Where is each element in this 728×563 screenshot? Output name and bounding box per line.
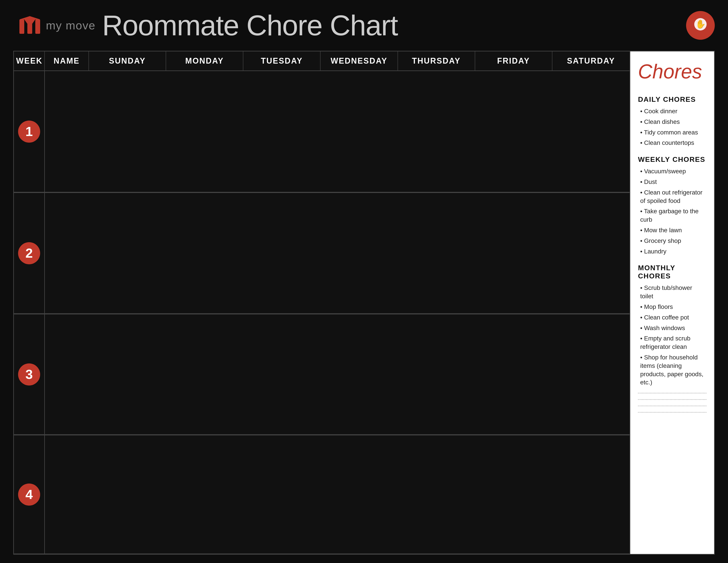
logo-text: my move [46,19,96,32]
main-content: WEEK NAME SUNDAY MONDAY TUESDAY WEDNESDA… [13,51,715,555]
chore-icon: ✋ [686,11,715,40]
daily-chore-4: Clean countertops [638,139,706,147]
weekly-chore-6: Grocery shop [638,237,706,245]
week-row-1: 1 [14,71,630,193]
dotted-line-1 [638,393,706,394]
table-header: WEEK NAME SUNDAY MONDAY TUESDAY WEDNESDA… [14,51,630,71]
week-2-circle: 2 [18,242,40,264]
svg-rect-2 [35,19,40,34]
hand-icon: ✋ [692,17,709,34]
weekly-chore-5: Mow the lawn [638,226,706,234]
week-4-circle: 4 [18,484,40,506]
weekly-chore-2: Dust [638,178,706,186]
svg-rect-0 [19,19,24,34]
logo-area: my move [18,15,96,36]
col-sunday: SUNDAY [89,51,166,70]
week-1-top: 1 [14,71,630,192]
weekly-chores-heading: WEEKLY CHORES [638,155,706,164]
chores-sidebar: Chores DAILY CHORES Cook dinner Clean di… [630,51,714,554]
daily-chore-3: Tidy common areas [638,128,706,137]
weekly-chore-7: Laundry [638,247,706,256]
dotted-line-4 [638,412,706,413]
col-tuesday: TUESDAY [243,51,321,70]
col-friday: FRIDAY [475,51,552,70]
svg-text:✋: ✋ [695,19,706,29]
monthly-chores-heading: MONTHLY CHORES [638,264,706,280]
week-1-number: 1 [14,71,45,192]
col-thursday: THURSDAY [398,51,475,70]
week-rows: 1 [14,71,630,554]
col-monday: MONDAY [166,51,243,70]
sidebar-title: Chores [638,60,706,83]
week-2-top: 2 [14,193,630,314]
dotted-line-3 [638,406,706,406]
col-saturday: SATURDAY [552,51,630,70]
week-2-number: 2 [14,193,45,313]
monthly-chore-5: Empty and scrub refrigerator clean [638,334,706,351]
week-row-3: 3 [14,315,630,435]
col-week: WEEK [14,51,45,70]
daily-chore-2: Clean dishes [638,118,706,126]
daily-chores-heading: DAILY CHORES [638,95,706,103]
week-4-number: 4 [14,435,45,554]
week-4-top: 4 [14,435,630,554]
week-3-top: 3 [14,315,630,435]
daily-chore-1: Cook dinner [638,107,706,115]
dotted-line-2 [638,399,706,400]
week-3-circle: 3 [18,364,40,386]
col-wednesday: WEDNESDAY [321,51,398,70]
col-name: NAME [45,51,89,70]
monthly-chore-6: Shop for household items (cleaning produ… [638,353,706,387]
weekly-chore-1: Vacuum/sweep [638,167,706,175]
logo-icon [18,15,42,36]
week-3-number: 3 [14,315,45,434]
week-1-circle: 1 [18,120,40,143]
weekly-chore-3: Clean out refrigerator of spoiled food [638,188,706,205]
monthly-chore-4: Wash windows [638,324,706,332]
week-row-2: 2 [14,193,630,315]
weekly-chore-4: Take garbage to the curb [638,207,706,224]
header: my move Roommate Chore Chart ✋ [13,9,715,42]
monthly-chore-1: Scrub tub/shower toilet [638,284,706,301]
monthly-chore-3: Clean coffee pot [638,313,706,322]
chore-table: WEEK NAME SUNDAY MONDAY TUESDAY WEDNESDA… [14,51,630,554]
page-title: Roommate Chore Chart [102,9,679,42]
monthly-chore-2: Mop floors [638,303,706,311]
week-row-4: 4 [14,435,630,554]
page: my move Roommate Chore Chart ✋ WEEK NAME… [0,0,728,563]
